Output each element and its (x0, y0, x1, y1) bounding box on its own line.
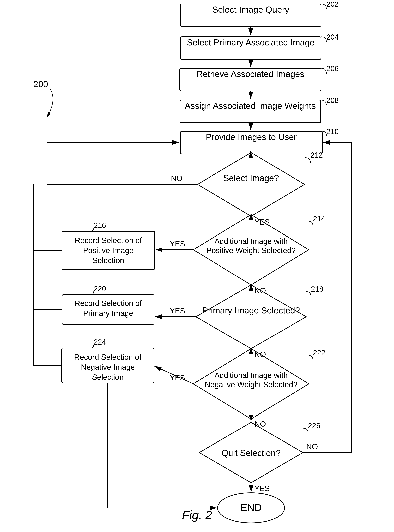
svg-text:200: 200 (33, 79, 48, 89)
svg-text:YES: YES (254, 484, 270, 493)
svg-text:Negative Weight Selected?: Negative Weight Selected? (205, 380, 297, 389)
svg-text:Positive Weight Selected?: Positive Weight Selected? (206, 246, 296, 255)
svg-text:212: 212 (311, 151, 323, 159)
svg-text:Primary Image: Primary Image (83, 309, 133, 318)
svg-text:214: 214 (313, 215, 325, 223)
svg-text:222: 222 (313, 349, 325, 357)
figure-label: Fig. 2 (182, 508, 212, 522)
svg-text:Provide Images to User: Provide Images to User (206, 132, 297, 142)
svg-text:Assign Associated Image Weight: Assign Associated Image Weights (185, 101, 316, 111)
svg-text:226: 226 (308, 421, 320, 430)
svg-text:206: 206 (326, 64, 339, 73)
svg-text:204: 204 (326, 33, 339, 41)
svg-marker-16 (197, 153, 305, 216)
svg-text:YES: YES (170, 306, 185, 315)
svg-text:Positive Image: Positive Image (83, 246, 134, 255)
svg-text:END: END (240, 502, 262, 513)
svg-text:NO: NO (306, 442, 318, 451)
svg-text:Additional Image with: Additional Image with (214, 371, 288, 380)
svg-text:224: 224 (94, 338, 106, 346)
svg-text:NO: NO (254, 420, 266, 428)
svg-text:Additional Image with: Additional Image with (214, 237, 288, 245)
diagram-container: Select Image Query 202 Select Primary As… (0, 0, 394, 532)
svg-text:Retrieve Associated Images: Retrieve Associated Images (197, 69, 305, 79)
svg-text:Primary Image Selected?: Primary Image Selected? (202, 306, 300, 315)
svg-text:202: 202 (326, 0, 339, 8)
svg-text:Select Image Query: Select Image Query (212, 5, 289, 14)
svg-text:Select Image?: Select Image? (223, 173, 279, 183)
svg-marker-28 (196, 285, 306, 349)
svg-text:YES: YES (254, 218, 270, 226)
svg-text:YES: YES (170, 373, 185, 382)
svg-text:Record Selection of: Record Selection of (74, 299, 142, 308)
svg-text:220: 220 (94, 285, 106, 293)
svg-text:Quit Selection?: Quit Selection? (222, 448, 281, 458)
svg-text:218: 218 (311, 285, 323, 293)
svg-text:NO: NO (254, 286, 266, 295)
svg-text:NO: NO (171, 174, 182, 183)
svg-text:NO: NO (254, 350, 266, 359)
svg-text:210: 210 (326, 127, 339, 136)
svg-text:Negative Image: Negative Image (81, 363, 135, 372)
svg-text:Record Selection of: Record Selection of (74, 353, 141, 361)
svg-text:Record Selection of: Record Selection of (75, 236, 142, 245)
svg-text:Selection: Selection (92, 256, 124, 265)
svg-text:Selection: Selection (92, 373, 124, 382)
svg-text:208: 208 (326, 96, 339, 104)
svg-text:YES: YES (170, 239, 185, 248)
svg-text:Select Primary Associated Imag: Select Primary Associated Image (187, 37, 315, 47)
svg-text:216: 216 (94, 221, 106, 229)
